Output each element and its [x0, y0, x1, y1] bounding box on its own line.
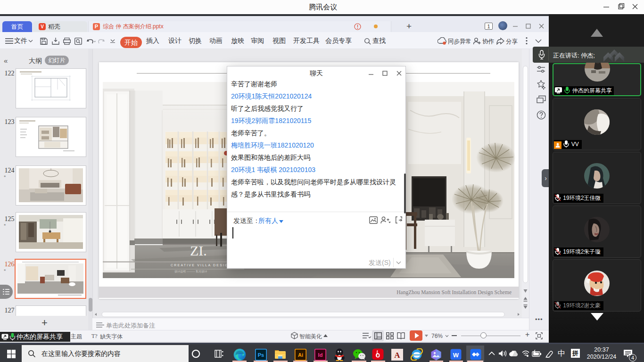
svg-text:Id: Id — [318, 352, 323, 358]
svg-text:W: W — [453, 352, 459, 359]
svg-text:HangZhou Mansion Soft Installa: HangZhou Mansion Soft Installation Desig… — [396, 289, 512, 296]
svg-text:A: A — [394, 351, 400, 360]
svg-text:Ai: Ai — [298, 352, 303, 358]
svg-text:ZI.: ZI. — [190, 243, 207, 258]
svg-text:Ps: Ps — [258, 352, 264, 358]
svg-text:CREATIVE VILLA DESIGN: CREATIVE VILLA DESIGN — [171, 263, 232, 267]
svg-text:设计说明 ——— 私宅设计: 设计说明 ——— 私宅设计 — [174, 270, 207, 273]
